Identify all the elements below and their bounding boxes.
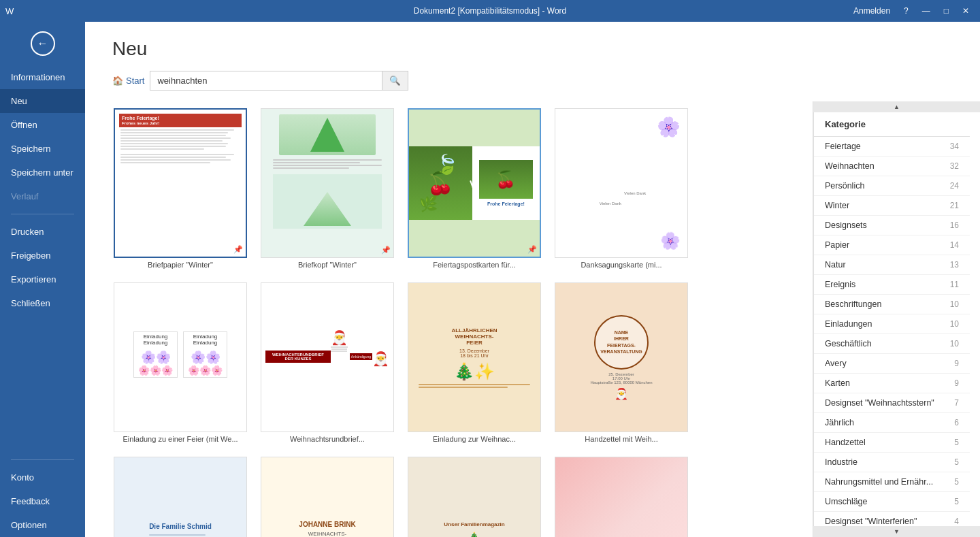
sidebar-item-freigeben[interactable]: Freigeben <box>0 244 85 267</box>
template-label: Weihnachtsrundbrief... <box>261 435 394 443</box>
category-item[interactable]: Designsets16 <box>814 216 970 235</box>
main-content: Neu 🏠 Start 🔍 <box>85 22 980 537</box>
template-einladung-weihnachten[interactable]: ALLJÄHRLICHENWEIHNACHTS-FEIER 13. Dezemb… <box>406 281 542 444</box>
category-panel-header: Kategorie <box>814 112 970 137</box>
sidebar-item-neu[interactable]: Neu <box>0 89 85 113</box>
template-extra1[interactable]: Die Familie Schmid <box>112 455 248 537</box>
sidebar-item-informationen[interactable]: Informationen <box>0 65 85 89</box>
template-extra3[interactable]: Unser Familienmagazin 🎄 <box>406 455 542 537</box>
category-item[interactable]: Persönlich24 <box>814 176 970 196</box>
template-label: Handzettel mit Weih... <box>555 435 688 443</box>
title-bar-left: W <box>5 6 14 16</box>
title-bar: W Dokument2 [Kompatibilitätsmodus] - Wor… <box>0 0 980 22</box>
category-item[interactable]: Beschriftungen10 <box>814 295 970 314</box>
templates-row-2: Einladung Einladung 🌸🌸 🌸🌸🌸 Einladung Ein… <box>112 281 785 444</box>
templates-area: Frohe Feiertage!Frohes neues Jahr! <box>85 101 980 537</box>
word-icon: W <box>5 6 14 16</box>
template-danksagungskarte[interactable]: 🌸 🌸 Vielen Dank Vielen Dank <box>553 107 689 270</box>
category-item[interactable]: Karten9 <box>814 374 970 393</box>
template-extra2[interactable]: JOHANNE BRINK WEIHNACHTS-KARTE <box>259 455 395 537</box>
category-list: Feiertage34Weihnachten32Persönlich24Wint… <box>814 137 970 526</box>
category-item[interactable]: Winter21 <box>814 196 970 216</box>
template-weihnachtsrundbrief[interactable]: WEIHNACHTSRUNDBRIEF DER KUNZES 🎅 <box>259 281 395 444</box>
category-panel: Kategorie Feiertage34Weihnachten32Persön… <box>813 112 970 526</box>
templates-row-3: Die Familie Schmid <box>112 455 785 537</box>
category-item[interactable]: Designset "Weihnachtsstern"7 <box>814 393 970 413</box>
content-header: Neu 🏠 Start 🔍 <box>85 22 980 101</box>
template-label: Einladung zu einer Feier (mit We... <box>114 435 247 443</box>
minimize-button[interactable]: — <box>917 5 936 17</box>
template-briefkopf-winter[interactable]: 📌 Briefkopf "Winter" <box>259 107 395 270</box>
category-scroll-up[interactable]: ▲ <box>813 101 980 112</box>
category-scroll-down[interactable]: ▼ <box>813 526 980 537</box>
sidebar-back: ← <box>0 22 85 65</box>
templates-row-1: Frohe Feiertage!Frohes neues Jahr! <box>112 107 785 270</box>
template-extra4[interactable] <box>553 455 689 537</box>
sidebar-item-drucken[interactable]: Drucken <box>0 220 85 244</box>
help-button[interactable]: ? <box>898 5 914 17</box>
sidebar-item-feedback[interactable]: Feedback <box>0 489 85 513</box>
category-item[interactable]: Geschäftlich10 <box>814 334 970 354</box>
category-item[interactable]: Weihnachten32 <box>814 157 970 176</box>
category-item[interactable]: Handzettel5 <box>814 433 970 453</box>
category-item[interactable]: Ereignis11 <box>814 275 970 295</box>
category-item[interactable]: Nahrungsmittel und Ernähr...5 <box>814 472 970 492</box>
search-button[interactable]: 🔍 <box>382 71 408 90</box>
template-label: Einladung zur Weihnac... <box>408 435 541 443</box>
search-input[interactable] <box>150 71 382 90</box>
sidebar-item-speichern-unter[interactable]: Speichern unter <box>0 161 85 184</box>
signin-button[interactable]: Anmelden <box>848 5 896 17</box>
template-label: Briefkopf "Winter" <box>261 261 394 269</box>
back-button[interactable]: ← <box>31 31 55 56</box>
template-feiertagspostkarte[interactable]: 🍒 🍃 🌿 🍒 Frohe Feiertage! <box>406 107 542 270</box>
close-button[interactable]: ✕ <box>957 5 975 17</box>
template-label: Danksagungskarte (mi... <box>555 261 688 269</box>
template-label: Briefpapier "Winter" <box>114 261 247 269</box>
sidebar-item-exportieren[interactable]: Exportieren <box>0 267 85 291</box>
sidebar-bottom: Konto Feedback Optionen <box>0 454 85 537</box>
search-input-wrapper: 🔍 <box>150 71 408 91</box>
maximize-button[interactable]: □ <box>938 5 954 17</box>
app-body: ← Informationen Neu Öffnen Speichern Spe… <box>0 22 980 537</box>
sidebar-item-verlauf: Verlauf <box>0 184 85 208</box>
page-title: Neu <box>112 38 953 60</box>
title-bar-controls: Anmelden ? — □ ✕ <box>848 5 975 17</box>
search-bar: 🏠 Start 🔍 <box>112 71 953 91</box>
sidebar-divider-1 <box>11 214 74 214</box>
category-panel-wrapper: ▲ Kategorie Feiertage34Weihnachten32Pers… <box>813 101 980 537</box>
category-item[interactable]: Jährlich6 <box>814 413 970 433</box>
sidebar-item-schliessen[interactable]: Schließen <box>0 291 85 315</box>
sidebar-divider-2 <box>11 459 74 460</box>
category-item[interactable]: Natur13 <box>814 255 970 275</box>
template-briefpapier-winter[interactable]: Frohe Feiertage!Frohes neues Jahr! <box>112 107 248 270</box>
template-label: Feiertagspostkarten für... <box>408 261 541 269</box>
category-item[interactable]: Designset "Winterferien"4 <box>814 512 970 526</box>
category-item[interactable]: Feiertage34 <box>814 137 970 157</box>
home-button[interactable]: 🏠 Start <box>112 76 144 86</box>
template-einladung-feier[interactable]: Einladung Einladung 🌸🌸 🌸🌸🌸 Einladung Ein… <box>112 281 248 444</box>
sidebar: ← Informationen Neu Öffnen Speichern Spe… <box>0 22 85 537</box>
category-item[interactable]: Avery9 <box>814 354 970 374</box>
sidebar-item-oeffnen[interactable]: Öffnen <box>0 113 85 137</box>
category-item[interactable]: Industrie5 <box>814 453 970 472</box>
category-item[interactable]: Umschläge5 <box>814 492 970 512</box>
home-icon: 🏠 <box>112 76 123 86</box>
template-handzettel[interactable]: NAMEIHRERFEIERTAGS-VERANSTALTUNG 25. Dez… <box>553 281 689 444</box>
category-item[interactable]: Einladungen10 <box>814 314 970 334</box>
sidebar-item-speichern[interactable]: Speichern <box>0 137 85 161</box>
title-bar-title: Dokument2 [Kompatibilitätsmodus] - Word <box>414 6 567 16</box>
category-item[interactable]: Papier14 <box>814 235 970 255</box>
sidebar-item-konto[interactable]: Konto <box>0 466 85 489</box>
sidebar-item-optionen[interactable]: Optionen <box>0 513 85 537</box>
templates-grid: Frohe Feiertage!Frohes neues Jahr! <box>85 101 813 537</box>
